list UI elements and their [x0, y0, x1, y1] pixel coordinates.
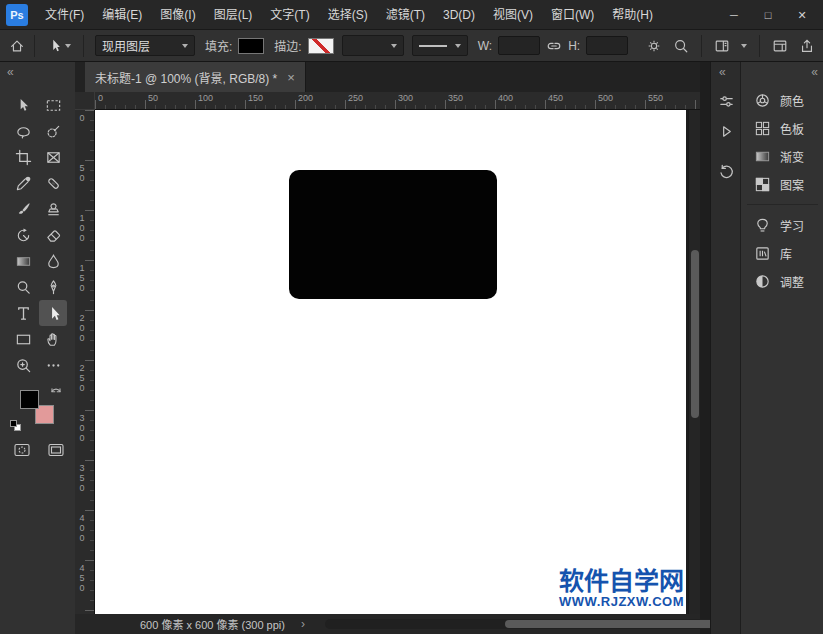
panel-tab-label: 渐变 — [780, 148, 804, 165]
hand-tool-icon — [45, 331, 62, 348]
pen-tool-icon — [45, 279, 62, 296]
properties-panel-button[interactable] — [717, 92, 735, 110]
menu-item-select[interactable]: 选择(S) — [319, 0, 377, 30]
swap-colors-icon[interactable] — [50, 386, 62, 401]
vertical-scrollbar-thumb[interactable] — [691, 250, 699, 418]
blur-tool-icon — [45, 253, 62, 270]
maximize-button[interactable]: □ — [751, 0, 785, 30]
shape-height-input[interactable] — [586, 36, 628, 55]
menu-item-filter[interactable]: 滤镜(T) — [377, 0, 434, 30]
edit-toolbar-button[interactable] — [39, 352, 67, 378]
drawn-black-rounded-rectangle — [289, 170, 497, 299]
clone-stamp-tool[interactable] — [39, 196, 67, 222]
panel-tab-color[interactable]: 颜色 — [741, 86, 823, 114]
collapse-tools-icon[interactable]: « — [7, 65, 13, 79]
workspace-button[interactable] — [772, 38, 788, 54]
options-divider — [701, 35, 702, 57]
options-divider — [759, 35, 760, 57]
panel-tab-gradients[interactable]: 渐变 — [741, 142, 823, 170]
foreground-color-swatch[interactable] — [20, 390, 39, 409]
vertical-scrollbar[interactable] — [688, 110, 700, 614]
horizontal-scrollbar-thumb[interactable] — [505, 620, 720, 628]
menu-item-edit[interactable]: 编辑(E) — [93, 0, 151, 30]
rectangle-tool[interactable] — [9, 326, 37, 352]
panel-tab-learn[interactable]: 学习 — [741, 211, 823, 239]
menu-item-view[interactable]: 视图(V) — [484, 0, 542, 30]
watermark-title: 软件自学网 — [559, 561, 684, 597]
panel-tab-swatches[interactable]: 色板 — [741, 114, 823, 142]
stroke-width-select[interactable] — [342, 35, 404, 56]
shape-options-button[interactable] — [646, 38, 662, 54]
tool-buttons — [9, 92, 67, 378]
dodge-tool[interactable] — [9, 274, 37, 300]
canvas-pasteboard: 软件自学网 WWW.RJZXW.COM — [95, 110, 688, 614]
menu-item-help[interactable]: 帮助(H) — [603, 0, 662, 30]
shape-width-input[interactable] — [498, 36, 540, 55]
screen-mode-button[interactable] — [43, 440, 69, 460]
history-brush-tool[interactable] — [9, 222, 37, 248]
quick-selection-tool[interactable] — [39, 118, 67, 144]
path-operation-select[interactable]: 现用图层 — [95, 35, 195, 56]
menu-item-type[interactable]: 文字(T) — [261, 0, 318, 30]
horizontal-scrollbar[interactable] — [325, 619, 755, 629]
zoom-tool[interactable] — [9, 352, 37, 378]
document-tab[interactable]: 未标题-1 @ 100% (背景, RGB/8) * × — [85, 62, 306, 92]
v-ruler-label: 200 — [77, 313, 87, 343]
menu-item-window[interactable]: 窗口(W) — [542, 0, 603, 30]
gradient-tool[interactable] — [9, 248, 37, 274]
close-button[interactable]: ✕ — [785, 0, 819, 30]
crop-tool[interactable] — [9, 144, 37, 170]
menu-item-layer[interactable]: 图层(L) — [205, 0, 262, 30]
active-tool-button[interactable] — [44, 36, 74, 55]
menu-items: 文件(F) 编辑(E) 图像(I) 图层(L) 文字(T) 选择(S) 滤镜(T… — [36, 0, 662, 30]
stroke-color-swatch[interactable] — [308, 38, 334, 54]
h-ruler-label: 0 — [98, 93, 103, 103]
collapse-panels-icon[interactable]: « — [719, 65, 725, 79]
share-button[interactable] — [799, 38, 815, 54]
eyedropper-tool[interactable] — [9, 170, 37, 196]
fill-color-swatch[interactable] — [238, 38, 264, 54]
status-expand-icon[interactable]: › — [301, 617, 305, 631]
v-ruler-label: 250 — [77, 363, 87, 393]
chevron-down-icon[interactable] — [741, 44, 747, 48]
menu-item-3d[interactable]: 3D(D) — [434, 0, 484, 30]
ruler-origin[interactable] — [75, 92, 95, 110]
pen-tool[interactable] — [39, 274, 67, 300]
panel-tab-patterns[interactable]: 图案 — [741, 170, 823, 198]
home-button[interactable] — [9, 38, 25, 54]
minimize-button[interactable]: ─ — [717, 0, 751, 30]
menu-item-image[interactable]: 图像(I) — [151, 0, 204, 30]
stroke-type-select[interactable] — [412, 35, 468, 56]
collapse-dock-icon[interactable]: « — [811, 65, 817, 79]
gradient-tool-icon — [15, 253, 32, 270]
panel-tab-adjustments[interactable]: 调整 — [741, 267, 823, 295]
brush-tool[interactable] — [9, 196, 37, 222]
arrange-panels-button[interactable] — [714, 38, 730, 54]
menu-item-file[interactable]: 文件(F) — [36, 0, 93, 30]
hand-tool[interactable] — [39, 326, 67, 352]
color-wheel-icon — [754, 92, 771, 109]
blur-tool[interactable] — [39, 248, 67, 274]
rectangular-marquee-tool[interactable] — [39, 92, 67, 118]
v-ruler-label: 350 — [77, 463, 87, 493]
move-tool[interactable] — [9, 92, 37, 118]
panel-dock: « 颜色 色板 渐变 图案 学习 — [740, 62, 823, 634]
stroke-label: 描边: — [274, 37, 301, 54]
frame-tool-icon — [45, 149, 62, 166]
frame-tool[interactable] — [39, 144, 67, 170]
type-tool[interactable] — [9, 300, 37, 326]
actions-panel-button[interactable] — [717, 122, 735, 140]
history-panel-button[interactable] — [717, 162, 735, 180]
search-button[interactable] — [673, 38, 689, 54]
panel-tab-libraries[interactable]: 库 — [741, 239, 823, 267]
quick-mask-button[interactable] — [9, 440, 35, 460]
eraser-tool[interactable] — [39, 222, 67, 248]
path-selection-tool[interactable] — [39, 300, 67, 326]
close-document-icon[interactable]: × — [287, 70, 295, 85]
default-colors-icon[interactable] — [10, 420, 22, 432]
gear-icon — [646, 38, 662, 54]
link-dimensions-button[interactable] — [546, 38, 562, 54]
lasso-tool[interactable] — [9, 118, 37, 144]
document-canvas[interactable]: 软件自学网 WWW.RJZXW.COM — [95, 110, 686, 614]
spot-healing-brush-tool[interactable] — [39, 170, 67, 196]
